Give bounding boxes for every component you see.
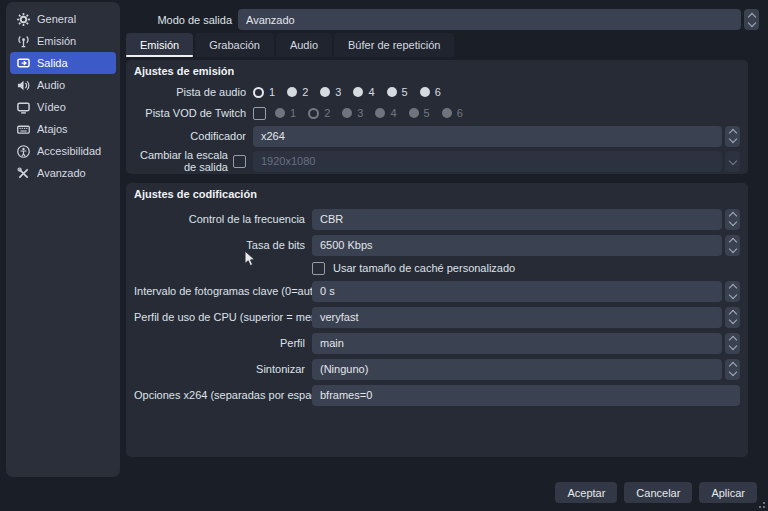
- combo-arrow-button[interactable]: [725, 359, 740, 380]
- bitrate-label: Tasa de bits: [134, 239, 312, 251]
- cpu-preset-row: Perfil de uso de CPU (superior = menos C…: [134, 307, 740, 327]
- vod-radio-3[interactable]: [342, 108, 352, 118]
- radio-label: 6: [457, 107, 463, 119]
- combo-arrow-button[interactable]: [744, 9, 759, 30]
- sidebar-item-general[interactable]: General: [10, 8, 116, 30]
- bitrate-spinbox[interactable]: 6500 Kbps: [312, 235, 740, 256]
- keyint-value[interactable]: 0 s: [312, 281, 722, 302]
- cancel-button[interactable]: Cancelar: [624, 482, 692, 503]
- radio-label: 4: [368, 86, 374, 98]
- twitch-vod-controls: 1 2 3 4 5 6: [253, 107, 740, 120]
- bitrate-value[interactable]: 6500 Kbps: [312, 235, 722, 256]
- rate-control-select[interactable]: CBR: [312, 209, 740, 230]
- sidebar-item-video[interactable]: Vídeo: [10, 96, 116, 118]
- combo-arrow-button[interactable]: [725, 209, 740, 230]
- twitch-vod-radios: 1 2 3 4 5 6: [275, 107, 475, 119]
- cpu-preset-value[interactable]: veryfast: [312, 307, 722, 328]
- resize-grip[interactable]: [756, 499, 766, 509]
- x264-options-input[interactable]: bframes=0: [312, 385, 740, 406]
- spin-arrow-buttons[interactable]: [725, 235, 740, 256]
- radio-label: 1: [290, 107, 296, 119]
- combo-arrow-button[interactable]: [725, 151, 740, 172]
- accept-button[interactable]: Aceptar: [555, 482, 617, 503]
- tools-icon: [17, 167, 30, 180]
- radio-label: 3: [335, 86, 341, 98]
- spin-arrow-buttons[interactable]: [725, 281, 740, 302]
- chevron-down-icon: [728, 156, 736, 164]
- sidebar-item-label: Atajos: [37, 123, 68, 135]
- encoder-label: Codificador: [134, 130, 253, 142]
- radio-track-2[interactable]: [287, 87, 297, 97]
- dialog-buttons: Aceptar Cancelar Aplicar: [555, 482, 757, 503]
- cpu-preset-select[interactable]: veryfast: [312, 307, 740, 328]
- profile-value[interactable]: main: [312, 333, 722, 354]
- x264-options-label: Opciones x264 (separadas por espacio): [134, 389, 312, 401]
- streaming-settings-group: Ajustes de emisión Pista de audio 1 2 3 …: [126, 60, 748, 174]
- rescale-label: Cambiar la escala de salida: [134, 149, 228, 173]
- rescale-value[interactable]: 1920x1080: [253, 151, 722, 172]
- radio-track-3[interactable]: [320, 87, 330, 97]
- output-mode-row: Modo de salida Avanzado: [126, 9, 759, 30]
- output-mode-value[interactable]: Avanzado: [238, 9, 741, 30]
- rate-control-row: Control de la frecuencia CBR: [134, 209, 740, 229]
- x264-options-value[interactable]: bframes=0: [312, 385, 740, 406]
- chevron-down-icon: [728, 290, 736, 298]
- apply-button[interactable]: Aplicar: [699, 482, 757, 503]
- vod-radio-1[interactable]: [275, 108, 285, 118]
- settings-sidebar: General Emisión Salida Audio: [6, 2, 120, 477]
- keyint-spinbox[interactable]: 0 s: [312, 281, 740, 302]
- tune-value[interactable]: (Ninguno): [312, 359, 722, 380]
- encoder-select[interactable]: x264: [253, 126, 740, 147]
- cpu-preset-label: Perfil de uso de CPU (superior = menos C…: [134, 311, 312, 323]
- radio-track-6[interactable]: [420, 87, 430, 97]
- tab-label: Búfer de repetición: [348, 39, 440, 51]
- sidebar-item-audio[interactable]: Audio: [10, 74, 116, 96]
- tab-grabacion[interactable]: Grabación: [195, 33, 274, 57]
- twitch-vod-checkbox[interactable]: [253, 107, 266, 120]
- chevron-down-icon: [728, 218, 736, 226]
- custom-buffer-label: Usar tamaño de caché personalizado: [333, 262, 515, 274]
- sidebar-item-atajos[interactable]: Atajos: [10, 118, 116, 140]
- combo-arrow-button[interactable]: [725, 333, 740, 354]
- output-icon: [17, 57, 30, 70]
- radio-label: 2: [324, 107, 330, 119]
- settings-window: General Emisión Salida Audio: [0, 0, 768, 511]
- rescale-select[interactable]: 1920x1080: [253, 151, 740, 172]
- vod-radio-6[interactable]: [442, 108, 452, 118]
- tab-label: Audio: [290, 39, 318, 51]
- rate-control-value[interactable]: CBR: [312, 209, 722, 230]
- tab-emision[interactable]: Emisión: [126, 33, 193, 57]
- rescale-checkbox[interactable]: [233, 155, 246, 168]
- gear-icon: [17, 13, 30, 26]
- sidebar-item-avanzado[interactable]: Avanzado: [10, 162, 116, 184]
- radio-label: 3: [357, 107, 363, 119]
- radio-track-4[interactable]: [353, 87, 363, 97]
- rescale-label-cell: Cambiar la escala de salida: [134, 149, 253, 173]
- keyint-label: Intervalo de fotogramas clave (0=auto): [134, 285, 312, 297]
- custom-buffer-row: Usar tamaño de caché personalizado: [134, 261, 740, 275]
- sidebar-item-accesibilidad[interactable]: Accesibilidad: [10, 140, 116, 162]
- profile-select[interactable]: main: [312, 333, 740, 354]
- vod-radio-4[interactable]: [375, 108, 385, 118]
- tune-select[interactable]: (Ninguno): [312, 359, 740, 380]
- encoding-settings-group: Ajustes de codificación Control de la fr…: [126, 183, 748, 457]
- audio-track-label: Pista de audio: [134, 86, 253, 98]
- radio-track-5[interactable]: [387, 87, 397, 97]
- output-mode-select[interactable]: Avanzado: [238, 9, 759, 30]
- radio-label: 2: [302, 86, 308, 98]
- tab-bufer[interactable]: Búfer de repetición: [334, 33, 454, 57]
- combo-arrow-button[interactable]: [725, 307, 740, 328]
- bitrate-row: Tasa de bits 6500 Kbps: [134, 235, 740, 255]
- encoder-value[interactable]: x264: [253, 126, 722, 147]
- display-icon: [17, 101, 30, 114]
- sidebar-item-label: Avanzado: [37, 167, 86, 179]
- vod-radio-2-selected[interactable]: [308, 108, 319, 119]
- sidebar-item-emision[interactable]: Emisión: [10, 30, 116, 52]
- custom-buffer-checkbox[interactable]: [312, 262, 325, 275]
- radio-track-1-selected[interactable]: [253, 87, 264, 98]
- combo-arrow-button[interactable]: [725, 126, 740, 147]
- rescale-row: Cambiar la escala de salida 1920x1080: [134, 151, 740, 171]
- tab-audio[interactable]: Audio: [276, 33, 332, 57]
- vod-radio-5[interactable]: [409, 108, 419, 118]
- sidebar-item-salida[interactable]: Salida: [10, 52, 116, 74]
